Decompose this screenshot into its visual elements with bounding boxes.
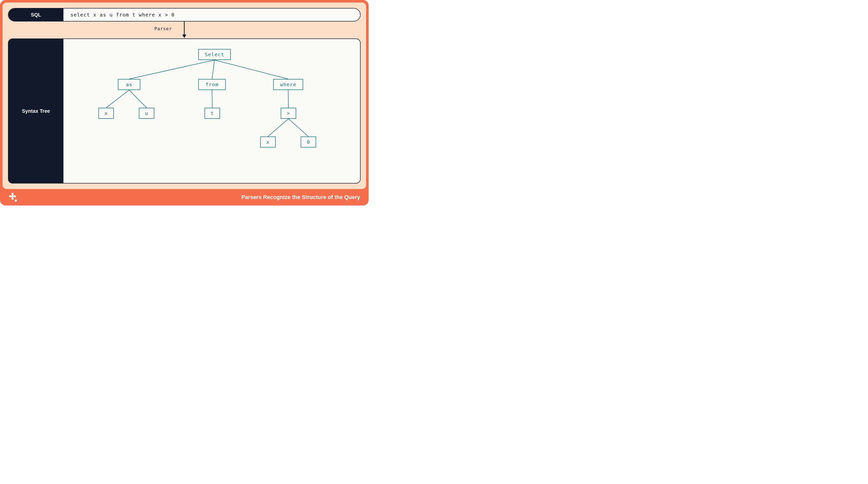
syntax-tree-label: Syntax Tree xyxy=(8,39,63,183)
syntax-tree-canvas: Selectasfromwherexut>x0 xyxy=(63,39,360,183)
syntax-tree-panel: Syntax Tree Selectasfromwherexut>x0 xyxy=(8,38,361,183)
svg-line-4 xyxy=(215,60,288,79)
svg-line-6 xyxy=(129,90,147,108)
svg-line-8 xyxy=(288,90,288,108)
svg-line-3 xyxy=(212,60,215,79)
svg-line-2 xyxy=(129,60,215,79)
caption-text: Parsers Recognize the Structure of the Q… xyxy=(241,194,360,200)
diagram-inner: SQL select x as u from t where x > 0 Par… xyxy=(2,2,366,189)
tree-node-t: t xyxy=(205,108,220,119)
sql-row: SQL select x as u from t where x > 0 xyxy=(8,8,361,22)
tree-node-from: from xyxy=(198,79,226,90)
tree-node-zero: 0 xyxy=(301,137,316,147)
svg-point-11 xyxy=(15,199,17,202)
svg-marker-1 xyxy=(182,34,186,38)
tree-node-root: Select xyxy=(198,49,231,60)
logo-icon xyxy=(6,191,19,203)
svg-line-10 xyxy=(288,119,308,137)
tree-node-x2: x xyxy=(260,137,276,147)
sql-label: SQL xyxy=(8,8,63,21)
svg-line-9 xyxy=(268,119,288,137)
tree-node-as: as xyxy=(118,79,140,90)
tree-node-gt: > xyxy=(281,108,296,119)
footer: Parsers Recognize the Structure of the Q… xyxy=(2,189,366,205)
parser-arrow-zone: Parser xyxy=(8,22,361,38)
tree-node-u: u xyxy=(139,108,154,119)
arrow-down-icon xyxy=(182,22,188,38)
tree-node-x1: x xyxy=(98,108,114,119)
sql-query-text: select x as u from t where x > 0 xyxy=(63,8,360,21)
tree-node-where: where xyxy=(273,79,303,90)
svg-line-7 xyxy=(212,90,212,108)
svg-line-5 xyxy=(106,90,129,108)
parser-label: Parser xyxy=(154,26,172,31)
diagram-frame: SQL select x as u from t where x > 0 Par… xyxy=(0,0,369,205)
